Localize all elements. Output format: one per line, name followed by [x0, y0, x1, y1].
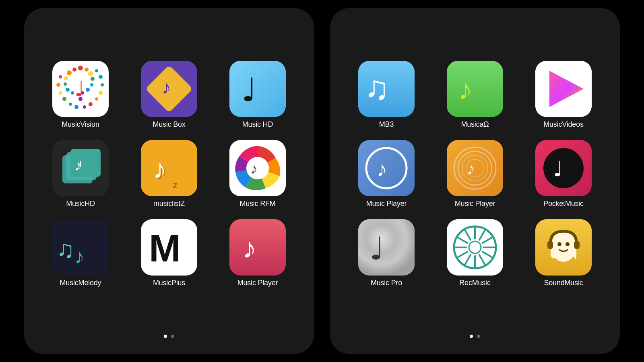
app-musicplayer-red[interactable]: ♪ Music Player [217, 219, 298, 287]
left-dot-1 [164, 335, 167, 338]
app-label-musicmelody: MusicMelody [60, 279, 101, 287]
app-musicplus[interactable]: M MusicPlus [129, 219, 209, 287]
left-dot-2 [171, 335, 174, 338]
svg-point-8 [72, 68, 76, 72]
svg-text:♪: ♪ [467, 160, 475, 178]
left-apps-grid: ♩ MusicVision ♪ Music Box [40, 20, 298, 327]
app-label-musicbox: Music Box [153, 120, 185, 129]
svg-point-26 [99, 75, 103, 79]
svg-point-3 [88, 71, 93, 76]
app-musichd-blue[interactable]: ♩ Music HD [217, 61, 298, 129]
app-label-soundmusic: SoundMusic [544, 279, 583, 287]
svg-point-2 [85, 68, 89, 72]
app-label-musicrfm: Music RFM [239, 200, 275, 208]
left-page-dots [164, 335, 174, 338]
svg-point-87 [566, 242, 570, 246]
app-musicplayer-blue[interactable]: ♪ Music Player [346, 140, 427, 208]
svg-text:Z: Z [173, 183, 177, 189]
svg-rect-52 [229, 219, 286, 276]
app-label-musicvision: MusicVision [62, 120, 99, 129]
svg-point-19 [69, 103, 72, 106]
app-label-musicplus: MusicPlus [153, 279, 185, 287]
app-icon-musiclistz: ♪ ♪ Z [141, 140, 197, 196]
svg-text:♩: ♩ [369, 231, 384, 266]
app-musiclistz[interactable]: ♪ ♪ Z musiclistZ [129, 140, 209, 208]
svg-rect-40 [141, 140, 197, 196]
svg-point-21 [83, 105, 86, 109]
app-musichd-dark[interactable]: ♪ MusicHD [40, 140, 121, 208]
svg-rect-88 [547, 241, 553, 249]
app-label-musica: MusicaΩ [461, 120, 489, 129]
svg-point-20 [74, 105, 78, 109]
app-pocketmusic[interactable]: ♩ PocketMusic [523, 140, 604, 208]
svg-point-70 [543, 148, 584, 188]
app-musicvision[interactable]: ♩ MusicVision [40, 61, 121, 129]
app-label-musiclistz: musiclistZ [153, 200, 185, 208]
svg-point-45 [246, 157, 269, 179]
svg-text:M: M [149, 227, 181, 269]
svg-point-86 [557, 242, 561, 246]
right-dot-1 [470, 335, 473, 338]
app-label-pocketmusic: PocketMusic [543, 200, 584, 208]
app-musicplayer-orange[interactable]: ♪ Music Player [435, 140, 515, 208]
app-icon-musicbox: ♪ [141, 61, 197, 117]
svg-text:♪: ♪ [377, 158, 387, 181]
svg-rect-39 [80, 161, 81, 167]
app-icon-mb3: ♫ [358, 61, 415, 117]
svg-point-18 [62, 97, 66, 101]
svg-point-27 [95, 69, 98, 72]
app-musicmelody[interactable]: ♫ ♪ MusicMelody [40, 219, 121, 287]
left-panel: ♩ MusicVision ♪ Music Box [24, 8, 314, 354]
app-icon-musichd-dark: ♪ [52, 140, 109, 196]
app-icon-musicrfm: ♪ [229, 140, 286, 196]
svg-rect-56 [447, 61, 503, 117]
svg-text:♪: ♪ [242, 233, 256, 264]
app-icon-musicplayer-blue: ♪ [358, 140, 415, 196]
app-soundmusic[interactable]: SoundMusic [523, 219, 604, 287]
right-dot-2 [477, 335, 480, 338]
svg-rect-72 [358, 219, 415, 276]
app-musicbox[interactable]: ♪ Music Box [129, 61, 209, 129]
app-icon-musicmelody: ♫ ♪ [52, 219, 109, 276]
svg-text:♩: ♩ [553, 158, 563, 181]
svg-point-13 [71, 91, 74, 95]
app-mb3[interactable]: ♫ MB3 [346, 61, 427, 129]
svg-text:♩: ♩ [74, 78, 85, 101]
svg-text:♩: ♩ [242, 72, 257, 108]
svg-point-1 [78, 66, 83, 70]
svg-text:♪: ♪ [458, 74, 473, 106]
app-icon-pocketmusic: ♩ [535, 140, 592, 196]
app-label-musicplayer-red: Music Player [237, 279, 278, 287]
svg-text:♪: ♪ [162, 77, 171, 98]
app-icon-musicplayer-orange: ♪ [447, 140, 503, 196]
app-musica[interactable]: ♪ MusicaΩ [435, 61, 515, 129]
app-icon-musica: ♪ [447, 61, 503, 117]
svg-rect-32 [229, 61, 286, 117]
right-panel: ♫ MB3 ♪ Musica [330, 8, 620, 354]
app-recmusic[interactable]: RecMusic [435, 219, 515, 287]
svg-point-15 [59, 75, 62, 78]
app-label-musicplayer-blue: Music Player [366, 200, 407, 208]
app-musicvideos[interactable]: MusicVideos [523, 61, 604, 129]
app-label-mb3: MB3 [379, 120, 394, 129]
svg-point-12 [66, 88, 70, 92]
app-icon-musicplayer-red: ♪ [229, 219, 286, 276]
svg-text:♫: ♫ [56, 236, 74, 263]
right-apps-grid: ♫ MB3 ♪ Musica [346, 20, 604, 327]
right-page-dots [470, 335, 480, 338]
app-icon-musicvideos [535, 61, 592, 117]
app-icon-recmusic [447, 219, 503, 276]
svg-rect-63 [447, 140, 503, 196]
svg-point-24 [99, 91, 103, 95]
app-label-musichd-blue: Music HD [242, 120, 273, 129]
svg-point-16 [56, 83, 60, 87]
app-musicrfm[interactable]: ♪ Music RFM [217, 140, 298, 208]
app-label-musicplayer-orange: Music Player [455, 200, 495, 208]
svg-text:♪: ♪ [74, 245, 85, 268]
app-icon-musicpro: ♩ [358, 219, 415, 276]
svg-point-22 [89, 102, 93, 106]
app-icon-soundmusic [535, 219, 592, 276]
app-label-musicpro: Music Pro [371, 279, 402, 287]
app-musicpro[interactable]: ♩ Music Pro [346, 219, 427, 287]
app-label-musichd-dark: MusicHD [66, 200, 95, 208]
